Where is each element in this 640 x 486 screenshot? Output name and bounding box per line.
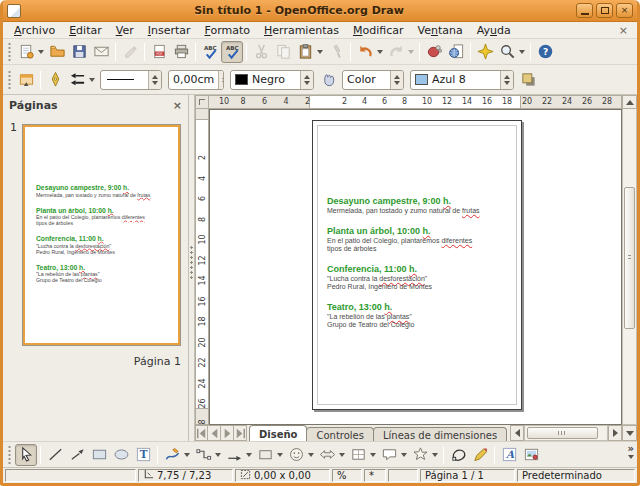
text-button[interactable]: T <box>132 444 154 466</box>
menu-ayuda[interactable]: Ayuda <box>470 23 518 38</box>
dropdown-caret-icon[interactable] <box>308 453 314 457</box>
status-cursor-position[interactable]: 7,75 / 7,23 <box>138 469 233 482</box>
dropdown-caret-icon[interactable] <box>89 78 95 82</box>
title-bar[interactable]: Sin título 1 - OpenOffice.org Draw × <box>3 0 637 22</box>
status-object-size[interactable]: 0,00 x 0,00 <box>235 469 330 482</box>
line-color-spinner[interactable] <box>300 71 313 89</box>
dropdown-caret-icon[interactable] <box>184 453 190 457</box>
splitter-handle[interactable] <box>190 245 193 279</box>
dropdown-caret-icon[interactable] <box>370 453 376 457</box>
dropdown-caret-icon[interactable] <box>317 50 323 54</box>
menu-modificar[interactable]: Modificar <box>346 23 411 38</box>
print-button[interactable] <box>170 41 192 63</box>
line-color-combo[interactable]: Negro <box>230 70 314 90</box>
open-button[interactable] <box>46 41 68 63</box>
points-button[interactable] <box>447 444 469 466</box>
status-modified-flag[interactable]: * <box>364 469 386 482</box>
help-button[interactable]: ? <box>534 41 556 63</box>
curve-button[interactable] <box>161 444 192 466</box>
drawing-viewport[interactable]: Desayuno campestre, 9:00 h.Mermelada, pa… <box>209 109 622 425</box>
dropdown-caret-icon[interactable] <box>277 453 283 457</box>
layer-tab-controles[interactable]: Controles <box>306 427 374 441</box>
dropdown-caret-icon[interactable] <box>401 453 407 457</box>
toolbar-overflow-button[interactable]: » <box>628 444 634 459</box>
horizontal-scrollbar-track[interactable] <box>524 425 608 441</box>
auto-spellcheck-button[interactable]: ABC <box>221 41 243 63</box>
spellcheck-button[interactable]: ABC <box>199 41 221 63</box>
minimize-button[interactable] <box>576 3 593 18</box>
hscroll-right-button[interactable] <box>608 425 622 441</box>
maximize-button[interactable] <box>596 3 613 18</box>
new-document-button[interactable] <box>15 41 46 63</box>
vertical-scrollbar[interactable] <box>622 109 637 425</box>
layer-tab-lineas-de-dimensiones[interactable]: Líneas de dimensiones <box>373 427 507 441</box>
edit-points-button[interactable] <box>15 69 37 91</box>
arrow-style-button[interactable] <box>66 69 97 91</box>
dropdown-caret-icon[interactable] <box>38 50 44 54</box>
menu-editar[interactable]: Editar <box>62 23 109 38</box>
toolbar-grip[interactable] <box>7 446 12 464</box>
hscroll-left-button[interactable] <box>510 425 524 441</box>
line-dialog-button[interactable] <box>44 69 66 91</box>
nav-last-button[interactable] <box>234 425 247 441</box>
dropdown-caret-icon[interactable] <box>408 50 414 54</box>
area-dialog-button[interactable] <box>317 69 339 91</box>
undo-button[interactable] <box>354 41 385 63</box>
basic-shapes-button[interactable] <box>254 444 285 466</box>
status-info[interactable] <box>5 469 136 482</box>
email-document-button[interactable] <box>90 41 112 63</box>
close-button[interactable]: × <box>616 3 633 18</box>
dropdown-caret-icon[interactable] <box>432 453 438 457</box>
fontwork-button[interactable]: A <box>498 444 520 466</box>
paste-button[interactable] <box>294 41 325 63</box>
menu-formato[interactable]: Formato <box>198 23 258 38</box>
line-arrow-end-button[interactable] <box>66 444 88 466</box>
vscroll-down-button[interactable] <box>622 425 637 441</box>
select-button[interactable] <box>15 444 37 466</box>
ellipse-button[interactable] <box>110 444 132 466</box>
page-events-text[interactable]: Desayuno campestre, 9:00 h.Mermelada, pa… <box>327 196 507 340</box>
vertical-scrollbar-thumb[interactable] <box>624 187 635 329</box>
block-arrows-button[interactable] <box>316 444 347 466</box>
vscroll-up-button[interactable] <box>622 95 637 109</box>
lines-arrows-button[interactable] <box>223 444 254 466</box>
glue-points-button[interactable] <box>469 444 491 466</box>
line-style-combo[interactable] <box>100 70 162 90</box>
dropdown-caret-icon[interactable] <box>339 453 345 457</box>
document-page[interactable]: Desayuno campestre, 9:00 h.Mermelada, pa… <box>312 120 522 410</box>
status-page-style[interactable]: Predeterminado <box>517 469 635 482</box>
dropdown-caret-icon[interactable] <box>215 453 221 457</box>
insert-picture-button[interactable] <box>520 444 542 466</box>
area-style-spinner[interactable] <box>390 71 403 89</box>
toolbar-grip[interactable] <box>7 71 12 89</box>
save-button[interactable] <box>68 41 90 63</box>
connector-button[interactable] <box>192 444 223 466</box>
web-document-button[interactable] <box>445 41 467 63</box>
status-page-indicator[interactable]: Página 1 / 1 <box>420 469 515 482</box>
hyperlink-button[interactable] <box>423 41 445 63</box>
line-style-spinner[interactable] <box>148 71 161 89</box>
rectangle-button[interactable] <box>88 444 110 466</box>
stars-button[interactable] <box>409 444 440 466</box>
vertical-ruler[interactable]: 246810121416182022242628 <box>195 109 209 425</box>
export-pdf-button[interactable]: PDF <box>148 41 170 63</box>
dropdown-caret-icon[interactable] <box>377 50 383 54</box>
area-style-combo[interactable]: Color <box>342 70 404 90</box>
dropdown-caret-icon[interactable] <box>246 453 252 457</box>
close-document-button[interactable]: × <box>614 24 633 37</box>
horizontal-scrollbar[interactable] <box>510 425 622 441</box>
menu-ver[interactable]: Ver <box>109 23 141 38</box>
menu-ventana[interactable]: Ventana <box>410 23 469 38</box>
status-signature[interactable] <box>388 469 418 482</box>
line-width-spinner[interactable] <box>218 71 224 89</box>
menu-archivo[interactable]: Archivo <box>7 23 62 38</box>
menu-herramientas[interactable]: Herramientas <box>257 23 346 38</box>
area-fill-combo[interactable]: Azul 8 <box>410 70 514 90</box>
line-width-input[interactable]: 0,00cm <box>168 70 224 90</box>
callouts-button[interactable] <box>378 444 409 466</box>
horizontal-scrollbar-thumb[interactable] <box>527 427 597 439</box>
pages-panel-close-button[interactable]: × <box>173 99 182 112</box>
page-thumbnail[interactable]: Desayuno campestre, 9:00 h.Mermelada, pa… <box>23 125 180 345</box>
zoom-button[interactable] <box>496 41 527 63</box>
dropdown-caret-icon[interactable] <box>519 50 525 54</box>
